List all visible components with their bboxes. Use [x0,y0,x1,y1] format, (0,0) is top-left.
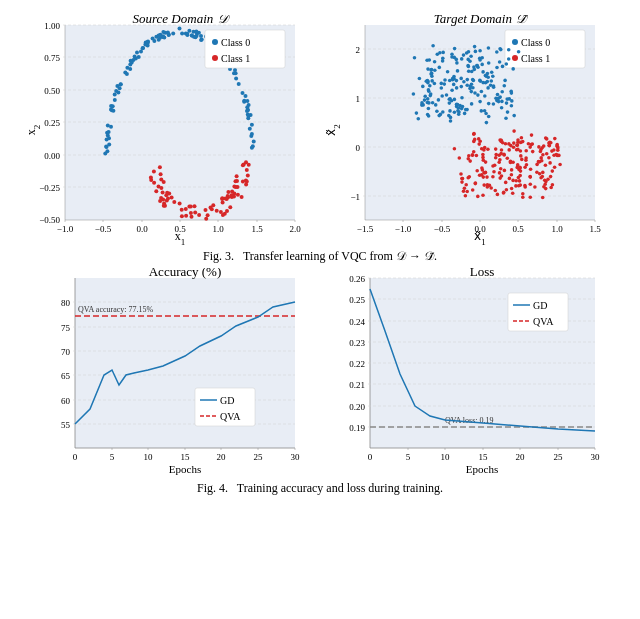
svg-point-306 [453,47,457,51]
svg-point-215 [162,204,166,208]
svg-point-546 [464,183,468,187]
svg-text:25: 25 [554,452,564,462]
svg-point-594 [555,153,559,157]
svg-point-202 [219,210,223,214]
svg-point-610 [464,194,468,198]
svg-point-270 [490,70,494,74]
svg-point-621 [468,159,472,163]
svg-point-534 [467,154,471,158]
svg-text:−0.5: −0.5 [434,224,451,234]
svg-point-466 [445,93,449,97]
svg-point-300 [487,102,491,106]
svg-point-576 [511,192,515,196]
svg-point-516 [541,153,545,157]
svg-point-428 [472,79,476,83]
svg-point-628 [556,146,560,150]
svg-point-230 [211,203,215,207]
svg-point-104 [107,143,111,147]
svg-point-496 [480,166,484,170]
svg-point-191 [152,170,156,174]
svg-point-212 [165,199,169,203]
svg-point-656 [486,183,490,187]
svg-point-189 [189,211,193,215]
svg-point-509 [496,193,500,197]
svg-point-92 [232,71,236,75]
fig3-caption: Fig. 3. Transfer learning of VQC from 𝒟 … [203,249,437,264]
svg-point-196 [245,168,249,172]
svg-point-211 [204,217,208,221]
svg-text:30: 30 [591,452,601,462]
svg-point-487 [553,165,557,169]
svg-point-611 [463,187,467,191]
svg-point-543 [453,147,457,151]
svg-point-414 [503,84,507,88]
svg-point-577 [516,138,520,142]
svg-point-339 [417,117,421,121]
svg-point-458 [500,90,504,94]
svg-text:60: 60 [61,396,71,406]
svg-point-141 [111,109,115,113]
svg-point-454 [420,103,424,107]
svg-point-200 [159,172,163,176]
source-domain-svg: Source Domain 𝒟 x2 x1 1.00 [25,15,315,245]
svg-text:1: 1 [356,94,361,104]
svg-text:0.75: 0.75 [44,53,60,63]
svg-text:0: 0 [73,452,78,462]
svg-point-223 [152,181,156,185]
svg-point-375 [517,50,521,54]
svg-text:70: 70 [61,347,71,357]
page: Source Domain 𝒟 x2 x1 1.00 [0,0,640,619]
svg-point-499 [512,129,516,133]
svg-point-468 [447,114,451,118]
svg-text:x̃2: x̃2 [325,124,342,136]
svg-point-313 [510,91,514,95]
svg-point-132 [247,114,251,118]
svg-text:0.21: 0.21 [349,380,365,390]
svg-point-461 [484,74,488,78]
svg-point-595 [521,196,525,200]
svg-point-367 [434,103,438,107]
svg-point-647 [529,183,533,187]
svg-point-345 [491,74,495,78]
svg-point-352 [473,68,477,72]
svg-point-357 [441,110,445,114]
svg-text:Class 0: Class 0 [221,37,250,48]
svg-point-587 [516,143,520,147]
svg-point-198 [178,202,182,206]
svg-point-164 [236,193,240,197]
svg-point-85 [237,82,241,86]
top-charts-row: Source Domain 𝒟 x2 x1 1.00 [20,15,620,245]
svg-point-510 [519,154,523,158]
svg-point-419 [475,64,479,68]
svg-text:Epochs: Epochs [169,463,201,475]
svg-point-203 [190,215,194,219]
svg-point-175 [235,179,239,183]
svg-point-207 [158,165,162,169]
svg-point-406 [453,98,457,102]
svg-point-641 [478,139,482,143]
svg-point-569 [558,163,562,167]
svg-point-415 [497,100,501,104]
svg-point-378 [433,60,437,64]
svg-point-638 [482,158,486,162]
svg-text:65: 65 [61,371,71,381]
svg-point-87 [199,38,203,42]
svg-point-142 [158,34,162,38]
svg-text:1.00: 1.00 [44,21,60,31]
svg-point-94 [233,68,237,72]
svg-point-588 [492,170,496,174]
svg-point-412 [478,49,482,53]
svg-point-469 [452,83,456,87]
svg-point-350 [437,114,441,118]
svg-point-133 [192,30,196,34]
svg-point-296 [459,77,463,81]
svg-point-452 [431,101,435,105]
svg-text:Loss: Loss [470,268,495,279]
svg-text:GD: GD [533,300,547,311]
svg-point-309 [426,97,430,101]
svg-point-271 [418,77,422,81]
svg-point-637 [482,183,486,187]
svg-point-229 [221,201,225,205]
svg-point-538 [539,176,543,180]
svg-point-476 [530,133,534,137]
